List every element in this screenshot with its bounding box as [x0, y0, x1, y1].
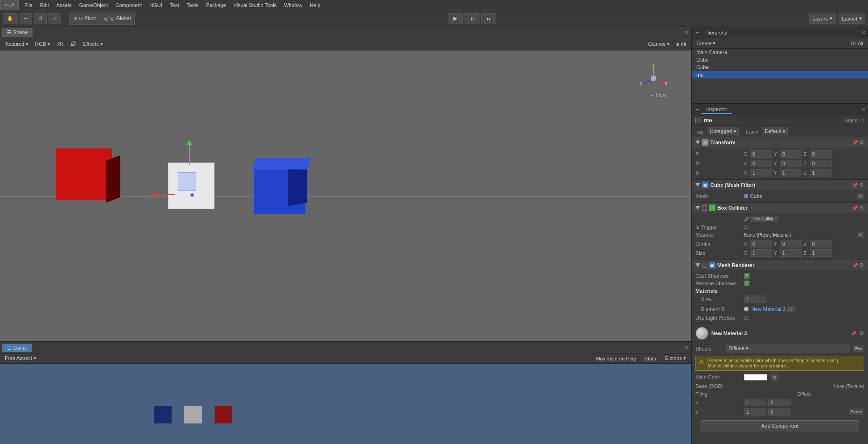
scene-2d[interactable]: 2D: [55, 41, 65, 48]
transform-pin[interactable]: 📌: [852, 140, 858, 145]
stats-button[interactable]: Stats: [643, 355, 658, 362]
pos-x-field[interactable]: [750, 150, 772, 158]
hierarchy-item-me[interactable]: me: [692, 71, 868, 78]
hierarchy-tab-label[interactable]: Hierarchy: [701, 29, 731, 36]
mat-size-field[interactable]: [744, 296, 766, 303]
scene-rgb[interactable]: RGB ▾: [33, 40, 52, 48]
layout-dropdown[interactable]: Layout ▾: [839, 14, 865, 24]
edit-collider-btn[interactable]: Edit Collider: [751, 216, 778, 222]
menu-visual-studio-tools[interactable]: Visual Studio Tools: [230, 1, 281, 9]
mesh-filter-pin[interactable]: 📌: [852, 183, 858, 188]
menu-gameobject[interactable]: GameObject: [76, 1, 112, 9]
object-enabled-checkbox[interactable]: [695, 118, 701, 123]
cast-shadows-checkbox[interactable]: [744, 273, 750, 279]
toolbar-transform-scale[interactable]: ⤢: [49, 13, 61, 24]
toolbar-transform-rotate[interactable]: ↺: [34, 13, 47, 24]
shader-edit-btn[interactable]: Edit: [853, 345, 864, 352]
receive-shadows-checkbox[interactable]: [744, 281, 750, 286]
mesh-renderer-pin[interactable]: 📌: [852, 263, 858, 268]
menu-window[interactable]: Window: [280, 1, 306, 9]
offset-y-field[interactable]: [768, 408, 791, 416]
pivot-button[interactable]: ⊙ ⊙ Pivot: [69, 13, 100, 24]
col-size-y-field[interactable]: [780, 249, 802, 257]
scene-effects[interactable]: Effects ▾: [81, 40, 104, 48]
hierarchy-create[interactable]: Create ▾: [694, 39, 717, 47]
shader-dropdown[interactable]: Diffuse ▾: [726, 345, 850, 352]
menu-help[interactable]: Help: [306, 1, 324, 9]
col-size-x-field[interactable]: [750, 249, 772, 257]
mesh-renderer-header[interactable]: ▣ Mesh Renderer 📌 ⚙: [692, 260, 868, 270]
is-trigger-checkbox[interactable]: ☐: [744, 225, 748, 230]
scene-tab[interactable]: ☰ Scene: [2, 28, 33, 37]
maximize-on-play[interactable]: Maximize on Play: [594, 355, 638, 362]
pause-button[interactable]: ⏸: [465, 13, 479, 24]
tiling-x-field[interactable]: [744, 399, 766, 406]
menu-assets[interactable]: Assets: [53, 1, 76, 9]
menu-component[interactable]: Component: [111, 1, 146, 9]
center-x-field[interactable]: [750, 240, 772, 247]
play-button[interactable]: ▶: [448, 13, 463, 24]
menu-tools[interactable]: Tools: [183, 1, 202, 9]
scene-gizmos[interactable]: Gizmos ▾: [646, 40, 672, 48]
scale-z-field[interactable]: [810, 169, 832, 176]
menu-package[interactable]: Package: [202, 1, 230, 9]
material-settings[interactable]: ⚙: [859, 330, 864, 337]
hierarchy-all[interactable]: Gr:All: [849, 40, 866, 47]
menu-file[interactable]: File: [21, 1, 36, 9]
main-color-swatch[interactable]: [744, 374, 767, 381]
tag-dropdown[interactable]: Untagged ▾: [708, 127, 739, 135]
box-collider-pin[interactable]: 📌: [852, 205, 858, 211]
select-btn[interactable]: Select: [849, 409, 864, 415]
aspect-dropdown[interactable]: Free Aspect ▾: [3, 354, 38, 362]
toolbar-transform-move[interactable]: ⊹: [20, 13, 32, 24]
add-component-button[interactable]: Add Component: [701, 420, 859, 431]
center-y-field[interactable]: [780, 240, 802, 247]
box-collider-enabled[interactable]: [702, 205, 707, 211]
static-checkbox[interactable]: ☐: [860, 118, 864, 123]
hierarchy-panel-close[interactable]: ✕: [861, 29, 866, 36]
scene-canvas[interactable]: Y X Z ← Front: [0, 50, 691, 341]
scale-y-field[interactable]: [780, 169, 802, 176]
hierarchy-item-cube2[interactable]: Cube: [692, 63, 868, 71]
object-name[interactable]: me: [704, 117, 841, 124]
element0-select[interactable]: ⊙: [787, 306, 795, 312]
toolbar-transform-hand[interactable]: ✋: [3, 13, 18, 24]
collider-material-select[interactable]: ⊙: [857, 232, 864, 238]
inspector-tab[interactable]: Inspector: [701, 106, 732, 114]
rot-z-field[interactable]: [810, 160, 832, 167]
menu-ngui[interactable]: NGUI: [146, 1, 166, 9]
menu-edit[interactable]: Edit: [36, 1, 53, 9]
transform-settings[interactable]: ⚙: [859, 139, 864, 146]
tiling-y-field[interactable]: [744, 408, 766, 416]
main-color-btn[interactable]: ⊙: [771, 374, 778, 381]
menu-test[interactable]: Test: [166, 1, 183, 9]
game-tab[interactable]: ☰ Game: [2, 344, 32, 352]
transform-header[interactable]: ⊹ Transform 📌 ⚙: [692, 137, 868, 148]
mesh-filter-header[interactable]: ▦ Cube (Mesh Filter) 📌 ⚙: [692, 180, 868, 190]
hierarchy-item-camera[interactable]: Main Camera: [692, 49, 868, 56]
pos-z-field[interactable]: [810, 150, 832, 158]
hierarchy-item-cube1[interactable]: Cube: [692, 56, 868, 63]
step-button[interactable]: ⏭: [481, 13, 496, 24]
layer-dropdown[interactable]: Default ▾: [763, 127, 788, 135]
use-light-probes-checkbox[interactable]: ☐: [744, 316, 748, 321]
material-pin[interactable]: 📌: [851, 331, 856, 336]
scale-x-field[interactable]: [750, 169, 772, 176]
scene-textured[interactable]: Textured ▾: [3, 40, 30, 48]
col-size-z-field[interactable]: [810, 249, 832, 257]
mesh-renderer-settings[interactable]: ⚙: [859, 262, 864, 268]
offset-x-field[interactable]: [768, 399, 791, 406]
scene-audio[interactable]: 🔊: [68, 40, 78, 48]
scene-all[interactable]: ≡ All: [674, 41, 688, 48]
mesh-select-btn[interactable]: ⊙: [857, 193, 864, 199]
rot-y-field[interactable]: [780, 160, 802, 167]
layers-dropdown[interactable]: Layers ▾: [809, 14, 836, 24]
scene-panel-close[interactable]: ✕: [684, 29, 689, 36]
global-button[interactable]: ◎ ◎ Global: [100, 13, 135, 24]
rot-x-field[interactable]: [750, 160, 772, 167]
inspector-panel-close[interactable]: ✕: [861, 106, 866, 113]
box-collider-header[interactable]: □ Box Collider 📌 ⚙: [692, 203, 868, 213]
pos-y-field[interactable]: [780, 150, 802, 158]
center-z-field[interactable]: [810, 240, 832, 247]
game-gizmos[interactable]: Gizmos ▾: [663, 354, 688, 362]
